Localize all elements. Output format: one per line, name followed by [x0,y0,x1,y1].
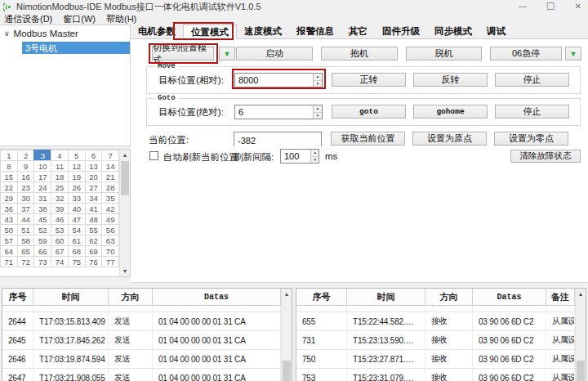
log-row[interactable]: 2645T17:03:17.845.262发送01 04 00 00 00 01… [2,331,281,350]
register-cell-22[interactable]: 22 [0,182,18,193]
tab-其它[interactable]: 其它 [341,24,375,38]
register-cell-19[interactable]: 19 [68,171,86,182]
start-button[interactable]: 启动 [236,47,313,61]
log-row[interactable]: 2644T17:03:15.813.409发送01 04 00 00 00 01… [2,312,281,331]
log-row[interactable]: 2647T17:03:21.908.055发送01 04 00 00 00 01… [2,369,281,381]
register-cell-66[interactable]: 66 [33,245,51,257]
register-cell-64[interactable]: 64 [0,245,18,257]
register-cell-45[interactable]: 45 [33,213,51,225]
register-cell-74[interactable]: 74 [51,256,69,267]
log-row[interactable]: 750T15:23:27.871.…接收03 90 06 6D C2从属设备忙 [296,350,575,369]
register-cell-4[interactable]: 4 [51,150,69,161]
register-cell-56[interactable]: 56 [101,224,119,235]
register-cell-52[interactable]: 52 [33,224,51,235]
register-cell-29[interactable]: 29 [0,192,18,204]
register-cell-16[interactable]: 16 [17,171,35,182]
tree-item-motor-3[interactable]: 3号电机 [22,42,130,54]
menu-comm-device[interactable]: 通信设备(D) [4,13,52,25]
tab-报警信息[interactable]: 报警信息 [289,24,341,38]
auto-refresh-checkbox[interactable] [149,151,158,160]
goto-stop-button[interactable]: 停止 [495,105,569,119]
tab-固件升级[interactable]: 固件升级 [375,24,427,38]
register-cell-1[interactable]: 1 [0,150,18,161]
register-cell-41[interactable]: 41 [85,203,103,214]
minimize-icon[interactable]: — [519,0,527,13]
scrollbar-thumb[interactable] [577,361,585,381]
tab-速度模式[interactable]: 速度模式 [237,24,289,38]
refresh-interval-input[interactable] [281,150,310,163]
register-cell-49[interactable]: 49 [101,213,119,225]
switch-mode-button[interactable]: 切换到位置模式 [152,47,214,61]
register-cell-75[interactable]: 75 [68,256,86,267]
current-position-input[interactable] [234,134,321,147]
register-cell-53[interactable]: 53 [51,224,69,235]
register-cell-28[interactable]: 28 [101,182,119,193]
register-cell-6[interactable]: 6 [85,150,103,161]
register-cell-63[interactable]: 63 [101,235,119,246]
register-cell-72[interactable]: 72 [17,256,35,267]
register-cell-60[interactable]: 60 [51,235,69,246]
register-cell-12[interactable]: 12 [68,160,86,172]
scroll-down-icon[interactable]: ▼ [120,266,130,276]
target-relative-input[interactable] [235,74,313,87]
target-absolute-input[interactable] [235,105,313,119]
tab-电机参数[interactable]: 电机参数 [131,24,183,38]
spin-down-icon[interactable]: ▼ [314,81,322,87]
register-cell-44[interactable]: 44 [17,213,35,225]
grid-scrollbar[interactable]: ▲ ▼ [119,150,130,276]
register-cell-3[interactable]: 3 [33,150,51,161]
goto-button[interactable]: goto [332,105,406,119]
forward-button[interactable]: 正转 [332,73,406,87]
move-stop-button[interactable]: 停止 [495,73,569,87]
set-origin-button[interactable]: 设置为原点 [412,132,487,146]
register-cell-13[interactable]: 13 [85,160,103,172]
register-cell-5[interactable]: 5 [68,150,86,161]
register-cell-37[interactable]: 37 [17,203,35,214]
register-cell-23[interactable]: 23 [17,182,35,193]
register-cell-73[interactable]: 73 [33,256,51,267]
register-cell-35[interactable]: 35 [101,192,119,204]
log-row[interactable]: 731T15:23:13.590.…接收03 90 06 6D C2从属设备忙 [296,331,575,350]
register-cell-46[interactable]: 46 [51,213,69,225]
gohome-button[interactable]: gohome [413,105,488,119]
register-cell-2[interactable]: 2 [17,150,35,161]
register-cell-77[interactable]: 77 [101,256,119,267]
register-cell-20[interactable]: 20 [85,171,103,182]
register-cell-32[interactable]: 32 [51,192,69,204]
register-cell-47[interactable]: 47 [68,213,86,225]
tab-位置模式[interactable]: 位置模式 [183,25,237,39]
engage-brake-button[interactable]: 抱机 [321,47,398,61]
register-cell-55[interactable]: 55 [85,224,103,235]
spin-up-icon[interactable]: ▲ [314,74,322,81]
register-cell-14[interactable]: 14 [101,160,119,172]
register-cell-21[interactable]: 21 [101,171,119,182]
log-row[interactable]: 753T15:23:31.079.…接收03 90 06 6D C2从属设备忙 [296,369,575,381]
register-cell-50[interactable]: 50 [0,224,18,235]
get-position-button[interactable]: 获取当前位置 [331,132,405,146]
register-cell-38[interactable]: 38 [33,203,51,214]
target-absolute-spinbox[interactable]: ▲ ▼ [234,105,323,119]
tree-item-modbus-master[interactable]: ∨ Modbus Master [0,25,130,40]
reverse-button[interactable]: 反转 [413,73,488,87]
register-cell-43[interactable]: 43 [0,213,18,225]
tab-调试[interactable]: 调试 [479,24,513,38]
menu-window[interactable]: 窗口(W) [63,13,96,25]
register-cell-39[interactable]: 39 [51,203,69,214]
scroll-up-icon[interactable]: ▲ [120,150,130,160]
register-cell-42[interactable]: 42 [101,203,119,214]
scrollbar-thumb[interactable] [121,161,129,195]
register-cell-76[interactable]: 76 [85,256,103,267]
register-cell-7[interactable]: 7 [101,150,119,161]
register-cell-9[interactable]: 9 [17,160,35,172]
register-cell-15[interactable]: 15 [0,171,18,182]
spin-down-icon[interactable]: ▼ [311,157,318,164]
log-row[interactable]: 2643T17:03:13.781.175发送01 04 00 00 00 01… [2,306,281,312]
log-row[interactable]: 651T15:22:40.011.…接收03 90 06 6D C2从属设备忙 [296,306,575,312]
clear-fault-button[interactable]: 清除故障状态 [510,150,581,163]
estop-dropdown-button[interactable]: ▼ [565,47,581,61]
tab-同步模式[interactable]: 同步模式 [427,24,479,38]
register-cell-25[interactable]: 25 [51,182,69,193]
register-cell-34[interactable]: 34 [85,192,103,204]
refresh-interval-spinbox[interactable]: ▲ ▼ [280,149,319,164]
recv-log-scrollbar[interactable]: ▲ [575,289,586,381]
